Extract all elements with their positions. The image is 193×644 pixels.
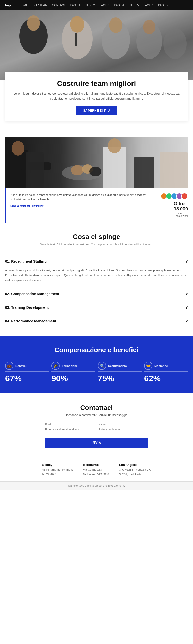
reclutamento-icon: 🔍 [98, 362, 106, 370]
comp-reclutamento: 🔍 Reclutamento 75% [98, 362, 142, 383]
compensation-title: Compensazione e benefici [5, 346, 188, 354]
comp-percent-2: 75% [98, 374, 142, 383]
nav-contact[interactable]: CONTACT [52, 4, 65, 7]
accordion-item-2: 02. Compensation Management ∨ [5, 287, 188, 301]
accordion-title-4: 04. Performance Management [5, 319, 56, 323]
benefici-icon: 💼 [5, 362, 13, 370]
team-image-section [5, 137, 188, 188]
hero-description: Lorem ipsum dolor sit amet, consectetur … [13, 91, 180, 101]
office-sydney-address: 45 Pirrama Rd, PyrmontNSW 2022 [42, 468, 73, 476]
chevron-icon-3: ∨ [185, 305, 188, 310]
svg-rect-11 [0, 10, 193, 80]
contact-form: Email Name INVIA [45, 423, 148, 448]
name-group: Name [99, 423, 148, 432]
nav-page7[interactable]: PAGE 7 [158, 4, 168, 7]
submit-button[interactable]: INVIA [45, 438, 148, 448]
chevron-icon-4: ∨ [185, 319, 188, 323]
avatars [161, 193, 188, 199]
logo: logo [5, 3, 12, 7]
office-melbourne: Melbourne Via Collins 163,Melbourne VIC … [83, 463, 109, 476]
contact-title: Contattaci [5, 404, 188, 412]
office-la-address: 340 Main St, Venezia CA90291, Stati Unit… [119, 468, 151, 476]
email-label: Email [45, 423, 94, 426]
nav-page6[interactable]: PAGE 6 [143, 4, 153, 7]
svg-rect-25 [5, 137, 188, 188]
nav-home[interactable]: HOME [19, 4, 28, 7]
nav-page2[interactable]: PAGE 2 [85, 4, 95, 7]
footer-text: Sample text. Click to select the Text El… [68, 484, 125, 487]
office-melbourne-city: Melbourne [83, 463, 109, 467]
comp-icon-row-3: 🤝 Mentoring [144, 362, 188, 370]
comp-percent-3: 62% [144, 374, 188, 383]
comp-label-2: Reclutamento [108, 364, 127, 367]
office-la-city: Los Angeles [119, 463, 151, 467]
comp-benefici: 💼 Benefici 67% [5, 362, 49, 383]
hero-title: Costruire team migliori [13, 80, 180, 88]
hero-image [0, 10, 193, 80]
contact-section: Contattaci Domande o commenti? Scrivici … [0, 393, 193, 455]
accordion: 01. Recruitment Staffing ∨ Answer. Lorem… [5, 255, 188, 328]
info-stats: Oltre18.000 Buoneassunzioni [160, 193, 188, 217]
mentoring-icon: 🤝 [144, 362, 152, 370]
chevron-icon-2: ∨ [185, 292, 188, 296]
comp-mentoring: 🤝 Mentoring 62% [144, 362, 188, 383]
offices: Sidney 45 Pirrama Rd, PyrmontNSW 2022 Me… [0, 455, 193, 481]
navbar: logo HOME OUR TEAM CONTACT PAGE 1 PAGE 2… [0, 0, 193, 10]
accordion-header-4[interactable]: 04. Performance Management ∨ [5, 314, 188, 328]
nav-page3[interactable]: PAGE 3 [100, 4, 110, 7]
footer-note: Sample text. Click to select the Text El… [0, 481, 193, 490]
name-label: Name [99, 423, 148, 426]
accordion-header-1[interactable]: 01. Recruitment Staffing ∨ [5, 255, 188, 268]
comp-icon-row-1: 🎓 Formazione [51, 362, 95, 370]
stat-label: Buoneassunzioni [176, 212, 188, 217]
comp-label-1: Formazione [62, 364, 78, 367]
hero-card: Costruire team migliori Lorem ipsum dolo… [5, 72, 188, 121]
accordion-title-3: 03. Training Development [5, 305, 49, 310]
accordion-header-2[interactable]: 02. Compensation Management ∨ [5, 287, 188, 301]
cosa-section: Cosa ci spinge Sample text. Click to sel… [0, 223, 193, 255]
nav-page5[interactable]: PAGE 5 [129, 4, 139, 7]
nav-our-team[interactable]: OUR TEAM [32, 4, 47, 7]
office-melbourne-address: Via Collins 163,Melbourne VIC 3000 [83, 468, 109, 476]
info-text: Duis aute irure dolor in reprehenderit i… [10, 193, 154, 208]
comp-formazione: 🎓 Formazione 90% [51, 362, 95, 383]
comp-percent-0: 67% [5, 374, 49, 383]
nav-page1[interactable]: PAGE 1 [70, 4, 80, 7]
office-la: Los Angeles 340 Main St, Venezia CA90291… [119, 463, 151, 476]
comp-icon-row-0: 💼 Benefici [5, 362, 49, 370]
compensation-section: Compensazione e benefici 💼 Benefici 67% … [0, 336, 193, 393]
accordion-item-1: 01. Recruitment Staffing ∨ Answer. Lorem… [5, 255, 188, 287]
chevron-icon-1: ∨ [185, 259, 188, 263]
form-row: Email Name [45, 423, 148, 432]
email-group: Email [45, 423, 94, 432]
accordion-title-1: 01. Recruitment Staffing [5, 259, 47, 263]
accordion-title-2: 02. Compensation Management [5, 292, 59, 296]
office-sydney-city: Sidney [42, 463, 73, 467]
info-link[interactable]: PARLA CON GLI ESPERTI [10, 205, 48, 208]
compensation-grid: 💼 Benefici 67% 🎓 Formazione 90% 🔍 Reclut… [5, 362, 188, 383]
comp-percent-1: 90% [51, 374, 95, 383]
accordion-item-4: 04. Performance Management ∨ [5, 314, 188, 328]
email-input[interactable] [45, 427, 94, 432]
accordion-header-3[interactable]: 03. Training Development ∨ [5, 301, 188, 314]
info-row: Duis aute irure dolor in reprehenderit i… [5, 188, 188, 223]
nav-page4[interactable]: PAGE 4 [114, 4, 124, 7]
formazione-icon: 🎓 [51, 362, 60, 370]
cosa-title: Cosa ci spinge [5, 233, 188, 241]
info-body: Duis aute irure dolor in reprehenderit i… [10, 193, 154, 202]
name-input[interactable] [99, 427, 148, 432]
office-sydney: Sidney 45 Pirrama Rd, PyrmontNSW 2022 [42, 463, 73, 476]
comp-label-3: Mentoring [154, 364, 168, 367]
contact-subtitle: Domande o commenti? Scrivici un messaggi… [5, 413, 188, 417]
cosa-subtitle: Sample text. Click to select the text bo… [5, 243, 188, 246]
stat-number: Oltre18.000 [174, 201, 188, 212]
hero-cta-button[interactable]: SAPERNE DI PIÙ [76, 106, 117, 115]
team-image [5, 137, 188, 188]
comp-icon-row-2: 🔍 Reclutamento [98, 362, 142, 370]
accordion-item-3: 03. Training Development ∨ [5, 301, 188, 314]
comp-label-0: Benefici [15, 364, 27, 367]
avatar [181, 193, 188, 199]
accordion-body-1: Answer. Lorem ipsum dolor sit amet, cons… [5, 268, 188, 287]
